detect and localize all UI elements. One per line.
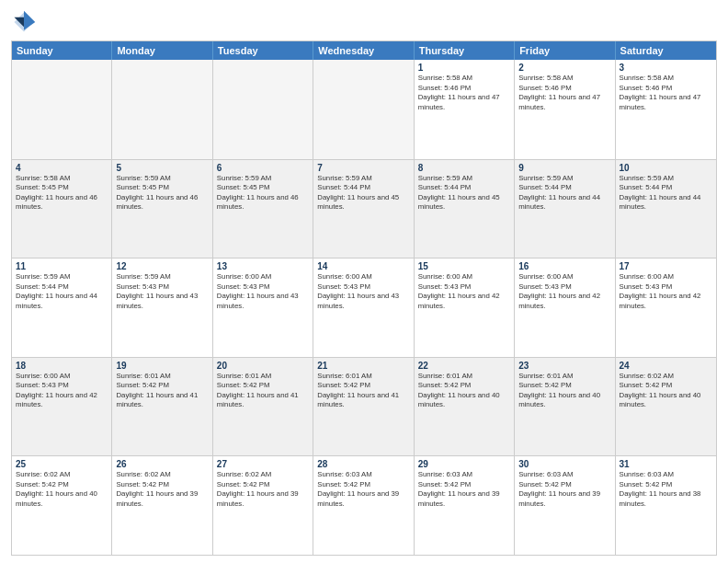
day-number: 4 xyxy=(16,163,108,173)
day-number: 9 xyxy=(518,163,610,173)
day-number: 14 xyxy=(317,261,409,271)
header-cell-thursday: Thursday xyxy=(415,41,515,60)
day-number: 10 xyxy=(620,163,712,173)
cell-detail: Sunrise: 6:01 AMSunset: 5:42 PMDaylight:… xyxy=(518,372,610,410)
cell-detail: Sunrise: 6:00 AMSunset: 5:43 PMDaylight:… xyxy=(518,272,610,311)
calendar-cell-23: 23Sunrise: 6:01 AMSunset: 5:42 PMDayligh… xyxy=(515,358,615,456)
day-number: 30 xyxy=(518,459,610,469)
calendar-row-2: 4Sunrise: 5:58 AMSunset: 5:45 PMDaylight… xyxy=(12,159,716,259)
calendar-cell-7: 7Sunrise: 5:59 AMSunset: 5:44 PMDaylight… xyxy=(313,160,414,259)
day-number: 16 xyxy=(518,261,610,271)
calendar-cell-6: 6Sunrise: 5:59 AMSunset: 5:45 PMDaylight… xyxy=(213,160,313,259)
header-cell-sunday: Sunday xyxy=(12,41,112,60)
day-number: 6 xyxy=(217,163,309,173)
day-number: 8 xyxy=(418,163,510,173)
calendar-cell-empty-1 xyxy=(112,60,212,159)
calendar-cell-3: 3Sunrise: 5:58 AMSunset: 5:46 PMDaylight… xyxy=(616,60,716,159)
calendar-row-3: 11Sunrise: 5:59 AMSunset: 5:44 PMDayligh… xyxy=(12,258,716,357)
day-number: 11 xyxy=(16,261,108,271)
cell-detail: Sunrise: 6:00 AMSunset: 5:43 PMDaylight:… xyxy=(16,372,108,410)
cell-detail: Sunrise: 6:00 AMSunset: 5:43 PMDaylight:… xyxy=(418,272,510,311)
header xyxy=(11,9,717,35)
day-number: 24 xyxy=(620,361,712,371)
calendar-cell-27: 27Sunrise: 6:02 AMSunset: 5:42 PMDayligh… xyxy=(213,456,313,555)
calendar-cell-15: 15Sunrise: 6:00 AMSunset: 5:43 PMDayligh… xyxy=(415,259,515,357)
cell-detail: Sunrise: 5:58 AMSunset: 5:46 PMDaylight:… xyxy=(418,74,510,112)
cell-detail: Sunrise: 6:02 AMSunset: 5:42 PMDaylight:… xyxy=(217,470,309,509)
cell-detail: Sunrise: 5:59 AMSunset: 5:44 PMDaylight:… xyxy=(16,272,108,311)
header-cell-friday: Friday xyxy=(515,41,615,60)
calendar-cell-4: 4Sunrise: 5:58 AMSunset: 5:45 PMDaylight… xyxy=(12,160,112,259)
calendar-cell-30: 30Sunrise: 6:03 AMSunset: 5:42 PMDayligh… xyxy=(515,456,615,555)
day-number: 2 xyxy=(518,63,610,73)
svg-marker-1 xyxy=(24,11,35,30)
cell-detail: Sunrise: 5:59 AMSunset: 5:44 PMDaylight:… xyxy=(317,174,409,213)
calendar-row-4: 18Sunrise: 6:00 AMSunset: 5:43 PMDayligh… xyxy=(12,357,716,456)
calendar-cell-9: 9Sunrise: 5:59 AMSunset: 5:44 PMDaylight… xyxy=(515,160,615,259)
calendar-cell-empty-0 xyxy=(12,60,112,159)
cell-detail: Sunrise: 5:58 AMSunset: 5:46 PMDaylight:… xyxy=(518,74,610,112)
calendar-cell-16: 16Sunrise: 6:00 AMSunset: 5:43 PMDayligh… xyxy=(515,259,615,357)
calendar-cell-12: 12Sunrise: 5:59 AMSunset: 5:43 PMDayligh… xyxy=(112,259,212,357)
day-number: 19 xyxy=(116,361,208,371)
calendar-cell-22: 22Sunrise: 6:01 AMSunset: 5:42 PMDayligh… xyxy=(415,358,515,456)
calendar-cell-10: 10Sunrise: 5:59 AMSunset: 5:44 PMDayligh… xyxy=(616,160,716,259)
cell-detail: Sunrise: 5:59 AMSunset: 5:45 PMDaylight:… xyxy=(217,174,309,213)
cell-detail: Sunrise: 5:58 AMSunset: 5:45 PMDaylight:… xyxy=(16,174,108,213)
calendar-cell-11: 11Sunrise: 5:59 AMSunset: 5:44 PMDayligh… xyxy=(12,259,112,357)
calendar-header: SundayMondayTuesdayWednesdayThursdayFrid… xyxy=(12,41,716,60)
day-number: 22 xyxy=(418,361,510,371)
cell-detail: Sunrise: 6:03 AMSunset: 5:42 PMDaylight:… xyxy=(518,470,610,509)
cell-detail: Sunrise: 6:00 AMSunset: 5:43 PMDaylight:… xyxy=(620,272,712,311)
day-number: 23 xyxy=(518,361,610,371)
day-number: 13 xyxy=(217,261,309,271)
calendar-cell-26: 26Sunrise: 6:02 AMSunset: 5:42 PMDayligh… xyxy=(112,456,212,555)
day-number: 29 xyxy=(418,459,510,469)
cell-detail: Sunrise: 5:58 AMSunset: 5:46 PMDaylight:… xyxy=(620,74,712,112)
day-number: 3 xyxy=(620,63,712,73)
cell-detail: Sunrise: 5:59 AMSunset: 5:44 PMDaylight:… xyxy=(418,174,510,213)
calendar-cell-empty-3 xyxy=(313,60,414,159)
logo-icon xyxy=(11,9,37,35)
cell-detail: Sunrise: 5:59 AMSunset: 5:44 PMDaylight:… xyxy=(518,174,610,213)
day-number: 21 xyxy=(317,361,409,371)
calendar-cell-25: 25Sunrise: 6:02 AMSunset: 5:42 PMDayligh… xyxy=(12,456,112,555)
day-number: 5 xyxy=(116,163,208,173)
calendar-row-1: 1Sunrise: 5:58 AMSunset: 5:46 PMDaylight… xyxy=(12,60,716,159)
day-number: 25 xyxy=(16,459,108,469)
cell-detail: Sunrise: 5:59 AMSunset: 5:43 PMDaylight:… xyxy=(116,272,208,311)
day-number: 15 xyxy=(418,261,510,271)
cell-detail: Sunrise: 6:01 AMSunset: 5:42 PMDaylight:… xyxy=(116,372,208,410)
day-number: 20 xyxy=(217,361,309,371)
day-number: 27 xyxy=(217,459,309,469)
header-cell-monday: Monday xyxy=(112,41,212,60)
calendar-cell-31: 31Sunrise: 6:03 AMSunset: 5:42 PMDayligh… xyxy=(616,456,716,555)
day-number: 18 xyxy=(16,361,108,371)
day-number: 17 xyxy=(620,261,712,271)
calendar-cell-21: 21Sunrise: 6:01 AMSunset: 5:42 PMDayligh… xyxy=(313,358,414,456)
day-number: 31 xyxy=(620,459,712,469)
calendar-cell-5: 5Sunrise: 5:59 AMSunset: 5:45 PMDaylight… xyxy=(112,160,212,259)
calendar-cell-19: 19Sunrise: 6:01 AMSunset: 5:42 PMDayligh… xyxy=(112,358,212,456)
calendar-row-5: 25Sunrise: 6:02 AMSunset: 5:42 PMDayligh… xyxy=(12,455,716,555)
cell-detail: Sunrise: 6:02 AMSunset: 5:42 PMDaylight:… xyxy=(620,372,712,410)
cell-detail: Sunrise: 6:03 AMSunset: 5:42 PMDaylight:… xyxy=(418,470,510,509)
calendar-cell-empty-2 xyxy=(213,60,313,159)
logo xyxy=(11,9,40,35)
day-number: 7 xyxy=(317,163,409,173)
header-cell-wednesday: Wednesday xyxy=(313,41,414,60)
cell-detail: Sunrise: 6:03 AMSunset: 5:42 PMDaylight:… xyxy=(620,470,712,509)
calendar-cell-29: 29Sunrise: 6:03 AMSunset: 5:42 PMDayligh… xyxy=(415,456,515,555)
cell-detail: Sunrise: 6:01 AMSunset: 5:42 PMDaylight:… xyxy=(418,372,510,410)
page: SundayMondayTuesdayWednesdayThursdayFrid… xyxy=(0,0,728,563)
calendar-cell-1: 1Sunrise: 5:58 AMSunset: 5:46 PMDaylight… xyxy=(415,60,515,159)
calendar-cell-24: 24Sunrise: 6:02 AMSunset: 5:42 PMDayligh… xyxy=(616,358,716,456)
header-cell-saturday: Saturday xyxy=(616,41,716,60)
calendar-body: 1Sunrise: 5:58 AMSunset: 5:46 PMDaylight… xyxy=(12,60,716,555)
day-number: 12 xyxy=(116,261,208,271)
header-cell-tuesday: Tuesday xyxy=(213,41,313,60)
calendar: SundayMondayTuesdayWednesdayThursdayFrid… xyxy=(11,40,717,556)
cell-detail: Sunrise: 5:59 AMSunset: 5:45 PMDaylight:… xyxy=(116,174,208,213)
cell-detail: Sunrise: 6:00 AMSunset: 5:43 PMDaylight:… xyxy=(317,272,409,311)
calendar-cell-17: 17Sunrise: 6:00 AMSunset: 5:43 PMDayligh… xyxy=(616,259,716,357)
